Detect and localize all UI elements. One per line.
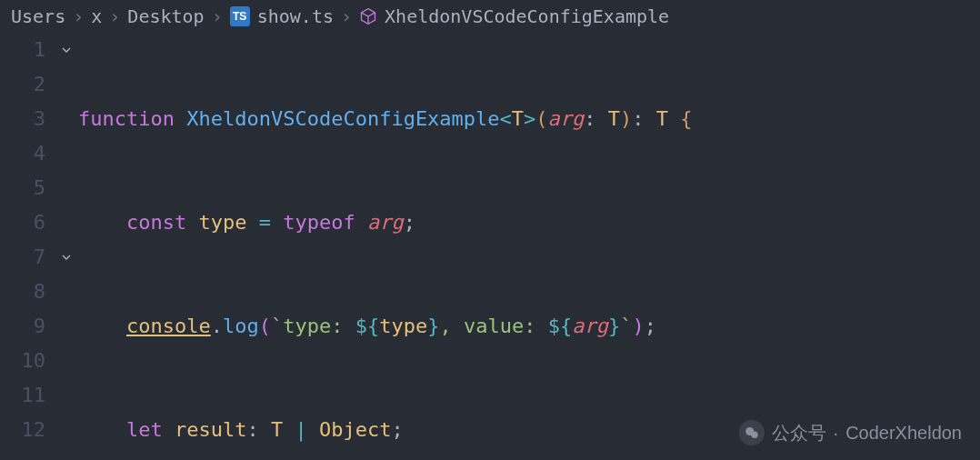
svg-point-1 (751, 432, 758, 439)
watermark-author: CoderXheldon (845, 423, 962, 444)
breadcrumb-item[interactable]: show.ts (257, 5, 334, 27)
line-number: 1 (0, 33, 45, 67)
breadcrumb: Users › x › Desktop › TS show.ts › Xheld… (0, 0, 980, 33)
breadcrumb-separator: › (212, 5, 223, 27)
line-number: 10 (0, 344, 45, 378)
watermark: 公众号 · CoderXheldon (739, 420, 962, 445)
breadcrumb-item[interactable]: Desktop (127, 5, 204, 27)
line-number: 4 (0, 136, 45, 171)
typescript-file-icon: TS (230, 6, 250, 26)
line-number: 12 (0, 413, 45, 447)
breadcrumb-separator: › (109, 5, 120, 27)
breadcrumb-item[interactable]: x (91, 5, 102, 27)
code-content[interactable]: function XheldonVSCodeConfigExample<T>(a… (78, 33, 980, 460)
line-number: 9 (0, 309, 45, 344)
breadcrumb-item[interactable]: XheldonVSCodeConfigExample (385, 5, 669, 27)
watermark-dot: · (834, 423, 839, 444)
line-number: 5 (0, 171, 45, 205)
chevron-down-icon[interactable] (59, 250, 74, 265)
watermark-label: 公众号 (772, 421, 826, 445)
line-number: 2 (0, 67, 45, 102)
fold-gutter (55, 33, 78, 460)
line-number-gutter: 1 2 3 4 5 6 7 8 9 10 11 12 (0, 33, 55, 460)
wechat-icon (739, 420, 765, 445)
breadcrumb-separator: › (73, 5, 84, 27)
code-line[interactable]: function XheldonVSCodeConfigExample<T>(a… (78, 102, 980, 136)
code-line[interactable]: const type = typeof arg; (78, 205, 980, 240)
breadcrumb-item[interactable]: Users (11, 5, 65, 27)
code-line[interactable]: console.log(`type: ${type}, value: ${arg… (78, 309, 980, 344)
line-number: 11 (0, 378, 45, 413)
code-editor[interactable]: 1 2 3 4 5 6 7 8 9 10 11 12 function Xhel… (0, 33, 980, 460)
line-number: 3 (0, 102, 45, 136)
line-number: 7 (0, 240, 45, 275)
breadcrumb-separator: › (341, 5, 352, 27)
chevron-down-icon[interactable] (59, 43, 74, 57)
symbol-function-icon (359, 7, 377, 25)
line-number: 8 (0, 275, 45, 309)
line-number: 6 (0, 205, 45, 240)
